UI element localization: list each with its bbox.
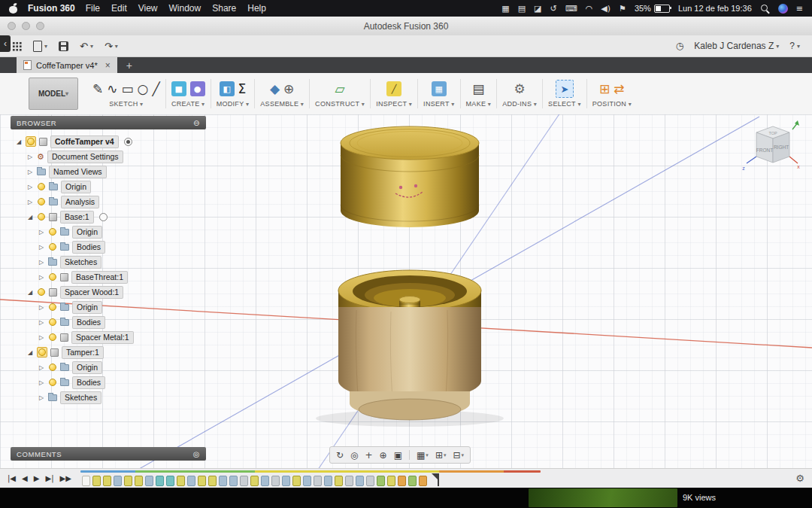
workspace-switcher[interactable]: MODEL [29, 78, 78, 110]
comments-bar[interactable]: COMMENTS ◎ [11, 447, 206, 461]
ribbon-menu-insert[interactable]: INSERT [423, 100, 454, 108]
ribbon-menu-position[interactable]: POSITION [592, 100, 632, 108]
browser-row-bodies[interactable]: ▷Bodies [11, 375, 206, 390]
expand-twisty-icon[interactable]: ▷ [38, 319, 45, 326]
expand-twisty-icon[interactable]: ▷ [26, 199, 34, 205]
expand-twisty-icon[interactable]: ▷ [38, 229, 45, 236]
play-button[interactable]: ▶ [34, 474, 40, 482]
menu-file[interactable]: File [86, 3, 100, 14]
step-back-button[interactable]: ◀ [22, 474, 28, 482]
timeline-feature-feat[interactable] [356, 476, 364, 486]
browser-row-coffetamper-v4[interactable]: ◢CoffeTamper v4 [11, 134, 206, 149]
battery-indicator[interactable]: 35% [635, 4, 670, 13]
timeline-track[interactable] [80, 470, 541, 486]
menu-view[interactable]: View [138, 3, 158, 14]
timeline-feature-sketch[interactable] [103, 476, 111, 486]
viewcube-front-face[interactable]: FRONT [756, 148, 773, 153]
visibility-bulb-icon[interactable] [48, 272, 57, 281]
expand-twisty-icon[interactable]: ▷ [38, 379, 45, 386]
ribbon-menu-make[interactable]: MAKE [466, 100, 492, 108]
keyboard-icon[interactable]: ⌨ [565, 4, 577, 14]
timeline-feature-sketch[interactable] [135, 476, 143, 486]
timeline-feature-orange[interactable] [419, 476, 427, 486]
browser-row-origin[interactable]: ▷Origin [11, 224, 206, 239]
expand-twisty-icon[interactable]: ▷ [38, 394, 45, 401]
browser-row-basethreat-1[interactable]: ▷BaseThreat:1 [11, 269, 206, 284]
close-tab-icon[interactable]: × [105, 60, 111, 71]
timeline-feature-sketch[interactable] [387, 476, 395, 486]
activate-component-radio[interactable] [124, 138, 132, 146]
collapse-twisty-icon[interactable]: ◢ [15, 138, 23, 145]
browser-row-named-views[interactable]: ▷Named Views [11, 164, 206, 179]
ribbon-menu-add-ins[interactable]: ADD-INS [502, 100, 537, 108]
ribbon-menu-sketch[interactable]: SKETCH [109, 100, 143, 108]
change-parameters-icon[interactable]: Σ [238, 83, 247, 96]
timeline-position-marker[interactable] [431, 473, 439, 486]
browser-row-origin[interactable]: ▷Origin [11, 179, 206, 194]
select-cursor-icon[interactable]: ➤ [556, 80, 574, 98]
visibility-bulb-icon[interactable] [37, 287, 46, 297]
timeline-settings-icon[interactable]: ⚙ [795, 473, 804, 484]
browser-row-bodies[interactable]: ▷Bodies [11, 239, 206, 254]
menu-window[interactable]: Window [169, 3, 201, 14]
user-account-menu[interactable]: Kaleb J Cardenas Z ▾ [694, 41, 779, 51]
menu-edit[interactable]: Edit [111, 3, 127, 14]
browser-row-base-1[interactable]: ◢Base:1 [11, 209, 206, 224]
minimize-window-button[interactable] [22, 22, 30, 30]
timeline-feature-sketch[interactable] [335, 476, 343, 486]
dropbox-icon[interactable]: ▦ [501, 4, 509, 14]
timeline-feature-gray[interactable] [240, 476, 248, 486]
browser-row-sketches[interactable]: ▷Sketches [11, 254, 206, 269]
go-to-start-button[interactable]: |◀ [8, 474, 16, 482]
collapse-twisty-icon[interactable]: ◢ [26, 289, 34, 296]
expand-twisty-icon[interactable]: ▷ [38, 334, 45, 341]
timeline-feature-green[interactable] [408, 476, 417, 486]
timeline-feature-doc[interactable] [82, 476, 90, 486]
ribbon-menu-assemble[interactable]: ASSEMBLE [260, 100, 304, 108]
help-menu[interactable]: ? ▾ [789, 41, 800, 51]
expand-twisty-icon[interactable]: ▷ [26, 169, 34, 175]
visibility-bulb-icon[interactable] [37, 197, 46, 206]
new-component-icon[interactable]: ◆ [270, 83, 280, 96]
timeline-feature-teal[interactable] [166, 476, 174, 486]
viewcube-top-face[interactable]: TOP [768, 131, 777, 135]
timeline-feature-sketch[interactable] [250, 476, 259, 486]
visibility-bulb-icon[interactable] [48, 227, 57, 236]
visibility-bulb-icon[interactable] [48, 303, 57, 312]
timeline-feature-feat[interactable] [187, 476, 195, 486]
timeline-feature-sketch[interactable] [198, 476, 206, 486]
collapse-twisty-icon[interactable]: ◢ [26, 349, 34, 356]
browser-row-origin[interactable]: ▷Origin [11, 300, 206, 315]
redo-button[interactable]: ↷ ▾ [105, 41, 118, 52]
viewport[interactable]: FRONT RIGHT TOP x z BROWSER ⊖ ◢CoffeTamp… [0, 114, 812, 468]
expand-twisty-icon[interactable]: ▷ [38, 274, 45, 281]
line-icon[interactable]: ╱ [152, 83, 159, 96]
visibility-bulb-icon[interactable] [48, 242, 57, 251]
siri-icon[interactable] [778, 4, 788, 14]
save-button[interactable] [59, 41, 68, 51]
menu-share[interactable]: Share [212, 3, 236, 14]
timeline-feature-green[interactable] [377, 476, 385, 486]
grid-settings-icon[interactable]: ⊞▾ [435, 450, 447, 461]
create-sketch-icon[interactable]: ✎ [92, 83, 103, 96]
revolve-icon[interactable]: ● [190, 81, 205, 96]
spotlight-search-icon[interactable] [760, 4, 770, 14]
job-status-clock-icon[interactable]: ◷ [676, 41, 683, 51]
timeline-feature-feat[interactable] [261, 476, 269, 486]
visibility-bulb-icon[interactable] [48, 318, 57, 327]
visibility-bulb-icon[interactable] [48, 363, 57, 372]
video-thumbnail[interactable] [529, 488, 677, 507]
view-cube[interactable]: FRONT RIGHT TOP x z [740, 117, 800, 176]
insert-image-icon[interactable]: ▦ [432, 81, 447, 96]
circle-icon[interactable]: ○ [138, 83, 149, 96]
timeline-feature-feat[interactable] [145, 476, 153, 486]
timeline-feature-feat[interactable] [303, 476, 311, 486]
undo-button[interactable]: ↶ ▾ [80, 41, 93, 52]
capture-position-icon[interactable]: ⊞ [599, 83, 610, 96]
expand-twisty-icon[interactable]: ▷ [38, 364, 45, 371]
menu-help[interactable]: Help [247, 3, 266, 14]
input-source-icon[interactable]: ⚑ [619, 4, 626, 14]
timeline-feature-orange[interactable] [398, 476, 406, 486]
ribbon-menu-create[interactable]: CREATE [171, 100, 205, 108]
menu-app-name[interactable]: Fusion 360 [28, 3, 75, 14]
